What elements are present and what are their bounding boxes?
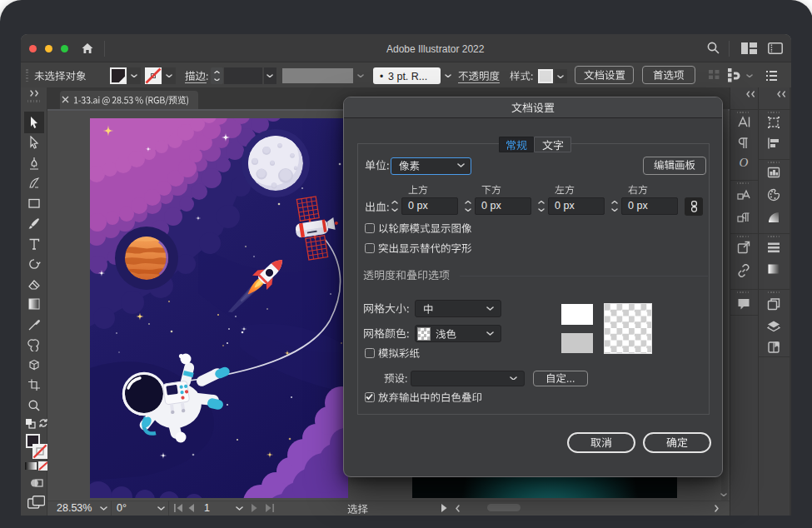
svg-text:O: O	[740, 156, 749, 169]
